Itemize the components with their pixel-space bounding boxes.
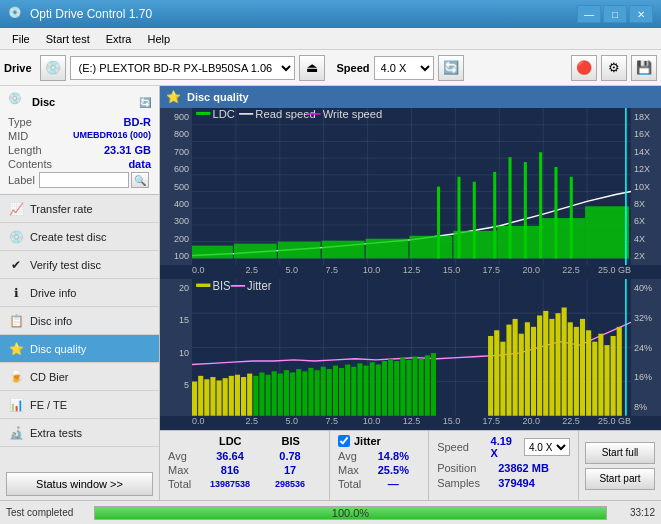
nav-cd-bier[interactable]: 🍺 CD Bier [0, 363, 159, 391]
disc-label-input[interactable] [39, 172, 129, 188]
start-part-button[interactable]: Start part [585, 468, 655, 490]
total-ldc: 13987538 [200, 479, 260, 489]
refresh-button[interactable]: 🔄 [438, 55, 464, 81]
maximize-button[interactable]: □ [603, 5, 627, 23]
svg-rect-59 [210, 377, 215, 416]
create-test-disc-label: Create test disc [30, 231, 106, 243]
svg-rect-71 [284, 370, 289, 416]
sidebar: 💿 Disc 🔄 Type BD-R MID UMEBDR016 (000) L… [0, 86, 160, 500]
svg-rect-68 [266, 375, 271, 416]
disc-panel-icon2: 🔄 [139, 97, 151, 108]
status-text: Test completed [6, 507, 86, 518]
svg-rect-98 [500, 342, 505, 416]
svg-rect-36 [585, 206, 629, 258]
jitter-max: 25.5% [367, 464, 421, 476]
jitter-checkbox[interactable] [338, 435, 350, 447]
svg-rect-89 [394, 361, 399, 416]
transfer-rate-label: Transfer rate [30, 203, 93, 215]
disc-length-label: Length [8, 144, 42, 156]
save-button[interactable]: 💾 [631, 55, 657, 81]
nav-disc-quality[interactable]: ⭐ Disc quality [0, 335, 159, 363]
progress-percent-text: 100.0% [95, 507, 606, 519]
minimize-button[interactable]: — [577, 5, 601, 23]
cd-bier-label: CD Bier [30, 371, 69, 383]
verify-test-disc-icon: ✔ [8, 257, 24, 273]
svg-rect-84 [364, 366, 369, 416]
total-bis: 298536 [260, 479, 320, 489]
menu-help[interactable]: Help [139, 31, 178, 47]
avg-ldc: 36.64 [200, 450, 260, 462]
svg-text:BIS: BIS [212, 279, 230, 294]
eject-button[interactable]: ⏏ [299, 55, 325, 81]
menu-extra[interactable]: Extra [98, 31, 140, 47]
menu-start-test[interactable]: Start test [38, 31, 98, 47]
nav-extra-tests[interactable]: 🔬 Extra tests [0, 419, 159, 447]
drive-icon-button[interactable]: 💿 [40, 55, 66, 81]
jitter-avg-label: Avg [338, 450, 367, 462]
drive-info-icon: ℹ [8, 285, 24, 301]
svg-rect-73 [296, 369, 301, 416]
svg-rect-63 [235, 375, 240, 416]
svg-rect-19 [234, 244, 277, 259]
disc-type-label: Type [8, 116, 32, 128]
disc-panel-icon: 💿 [8, 92, 28, 112]
extra-tests-label: Extra tests [30, 427, 82, 439]
speed-label: Speed [337, 62, 370, 74]
chart-title: Disc quality [187, 91, 249, 103]
svg-rect-64 [241, 377, 246, 416]
samples-value: 379494 [498, 477, 535, 489]
disc-contents-label: Contents [8, 158, 52, 170]
close-button[interactable]: ✕ [629, 5, 653, 23]
svg-rect-22 [366, 239, 409, 259]
svg-rect-18 [192, 246, 233, 259]
svg-text:Jitter: Jitter [247, 279, 271, 294]
svg-rect-99 [506, 325, 511, 416]
svg-rect-76 [315, 370, 320, 416]
burn-button[interactable]: 🔴 [571, 55, 597, 81]
svg-rect-97 [494, 331, 499, 416]
nav-fe-te[interactable]: 📊 FE / TE [0, 391, 159, 419]
disc-length-value: 23.31 GB [104, 144, 151, 156]
nav-disc-info[interactable]: 📋 Disc info [0, 307, 159, 335]
svg-rect-92 [413, 357, 418, 416]
disc-label-label: Label [8, 174, 35, 186]
svg-rect-109 [568, 323, 573, 416]
status-window-button[interactable]: Status window >> [6, 472, 153, 496]
svg-rect-24 [437, 187, 440, 259]
menu-file[interactable]: File [4, 31, 38, 47]
svg-rect-85 [370, 362, 375, 416]
time-text: 33:12 [615, 507, 655, 518]
nav-transfer-rate[interactable]: 📈 Transfer rate [0, 195, 159, 223]
speed-select[interactable]: 4.0 X 2.0 X 8.0 X [374, 56, 434, 80]
svg-text:LDC: LDC [212, 108, 234, 120]
disc-info-icon: 📋 [8, 313, 24, 329]
toolbar: Drive 💿 (E:) PLEXTOR BD-R PX-LB950SA 1.0… [0, 50, 661, 86]
svg-rect-38 [196, 112, 210, 115]
disc-mid-value: UMEBDR016 (000) [73, 130, 151, 142]
svg-rect-67 [259, 373, 264, 416]
nav-verify-test-disc[interactable]: ✔ Verify test disc [0, 251, 159, 279]
svg-rect-116 [611, 336, 616, 416]
nav-drive-info[interactable]: ℹ Drive info [0, 279, 159, 307]
speed-stat-select[interactable]: 4.0 X [524, 438, 570, 456]
chart-area: ⭐ Disc quality 900 800 700 600 500 400 3… [160, 86, 661, 500]
speed-stat-value: 4.19 X [491, 435, 518, 459]
settings-button[interactable]: ⚙ [601, 55, 627, 81]
svg-rect-88 [388, 359, 393, 416]
chart-titlebar: ⭐ Disc quality [160, 86, 661, 108]
svg-rect-21 [322, 241, 365, 259]
svg-rect-103 [531, 327, 536, 416]
svg-rect-95 [431, 353, 436, 416]
jitter-total: — [367, 478, 421, 490]
nav-create-test-disc[interactable]: 💿 Create test disc [0, 223, 159, 251]
progress-bar-container: Test completed 100.0% 33:12 [0, 500, 661, 524]
max-ldc: 816 [200, 464, 260, 476]
speed-stat-label: Speed [437, 441, 484, 453]
disc-label-btn[interactable]: 🔍 [131, 172, 149, 188]
svg-rect-69 [272, 372, 277, 416]
drive-select[interactable]: (E:) PLEXTOR BD-R PX-LB950SA 1.06 [70, 56, 295, 80]
svg-rect-57 [198, 376, 203, 416]
bottom-chart-inner: BIS Jitter [192, 279, 631, 416]
jitter-total-label: Total [338, 478, 367, 490]
start-full-button[interactable]: Start full [585, 442, 655, 464]
